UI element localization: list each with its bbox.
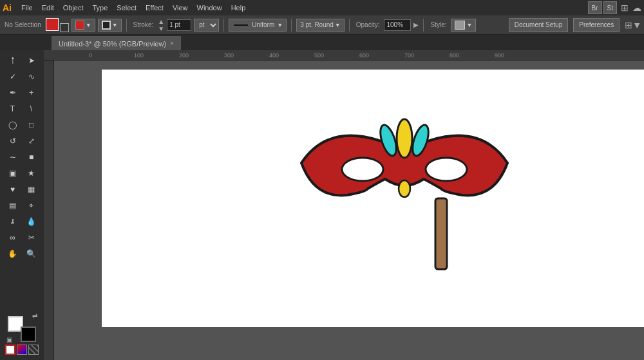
sep1 <box>126 19 127 32</box>
uniform-label: Uniform <box>252 21 274 28</box>
free-transform-tool[interactable]: ▣ <box>4 166 22 181</box>
ruler-horizontal: 0 100 200 300 400 500 600 700 800 900 <box>44 50 644 61</box>
fill-color-btn[interactable]: ▼ <box>71 19 95 32</box>
pattern-swatch[interactable] <box>28 345 39 355</box>
tab-row: Untitled-3* @ 50% (RGB/Preview) × <box>0 35 644 50</box>
menu-effect[interactable]: Effect <box>141 3 168 13</box>
tool-row-13: ✋ 🔍 <box>1 246 43 261</box>
document-setup-btn[interactable]: Document Setup <box>509 18 569 32</box>
svg-rect-0 <box>435 198 447 269</box>
menu-object[interactable]: Object <box>59 3 88 13</box>
tool-row-5: ◯ □ <box>1 117 43 133</box>
svg-point-3 <box>397 119 412 158</box>
stroke-unit-select[interactable]: pt px <box>194 19 219 32</box>
stroke-color-btn[interactable]: ▼ <box>98 19 122 32</box>
cap-style-btn[interactable]: 3 pt. Round ▼ <box>296 19 345 32</box>
tool-row-1: ⭡ ➤ <box>1 53 43 68</box>
main-area: ⭡ ➤ ✓ ∿ ✒ + T \ ◯ □ ↺ ⤢ ∼ ■ ▣ ★ <box>0 50 644 360</box>
toolbar-extra-btn[interactable]: ⊞▼ <box>625 20 641 30</box>
selection-label: No Selection <box>3 21 43 28</box>
gradient-tool[interactable]: ▤ <box>4 198 22 213</box>
rotate-tool[interactable]: ↺ <box>4 133 22 149</box>
menu-edit[interactable]: Edit <box>37 3 59 13</box>
blend-tool[interactable]: ∞ <box>4 230 22 245</box>
reshape-tool[interactable]: ■ <box>23 149 41 165</box>
swap-colors-btn[interactable]: ⇄ <box>32 312 37 319</box>
stock-btn[interactable]: St <box>603 1 617 14</box>
opacity-arrow[interactable]: ▶ <box>413 21 419 28</box>
menu-type[interactable]: Type <box>88 3 113 13</box>
document-tab[interactable]: Untitled-3* @ 50% (RGB/Preview) × <box>52 36 181 50</box>
mesh-tool[interactable]: ⌖ <box>23 198 41 213</box>
paint-bucket-tool[interactable]: 💧 <box>23 214 41 229</box>
sep4 <box>349 19 350 32</box>
menu-window[interactable]: Window <box>193 3 227 13</box>
tool-row-8: ▣ ★ <box>1 166 43 181</box>
menu-help[interactable]: Help <box>227 3 251 13</box>
sep5 <box>423 19 424 32</box>
grid-icon: ⊞ <box>621 3 629 13</box>
style-dropdown-btn[interactable]: ▼ <box>451 19 476 32</box>
cap-style-label: 3 pt. Round <box>300 21 334 28</box>
tool-row-2: ✓ ∿ <box>1 69 43 84</box>
direct-selection-tool[interactable]: ➤ <box>23 53 41 68</box>
sep3 <box>291 19 292 32</box>
menu-view[interactable]: View <box>168 3 193 13</box>
ruler-vertical <box>44 61 54 360</box>
tab-close-btn[interactable]: × <box>170 40 174 47</box>
fg-bg-swatches: ⇄ ▣ <box>8 314 36 342</box>
menu-bar: Ai File Edit Object Type Select Effect V… <box>0 0 644 15</box>
menu-file[interactable]: File <box>17 3 37 13</box>
tool-row-6: ↺ ⤢ <box>1 133 43 149</box>
puppet-tool[interactable]: ★ <box>23 166 41 181</box>
ellipse-tool[interactable]: ◯ <box>4 117 22 133</box>
svg-point-2 <box>426 158 467 181</box>
tool-row-9: ♥ ▦ <box>1 182 43 197</box>
opacity-label: Opacity: <box>354 21 382 28</box>
text-tool[interactable]: T <box>4 101 22 117</box>
sep2 <box>223 19 224 32</box>
bridge-btn[interactable]: Br <box>588 1 602 14</box>
scale-tool[interactable]: ⤢ <box>23 133 41 149</box>
tool-row-12: ∞ ✂ <box>1 230 43 245</box>
stroke-width-input[interactable] <box>167 19 191 31</box>
warp-tool[interactable]: ∼ <box>4 149 22 165</box>
color-swatches: ⇄ ▣ <box>1 311 43 357</box>
reset-colors-btn[interactable]: ▣ <box>6 336 12 343</box>
svg-point-1 <box>342 158 383 181</box>
opacity-input[interactable] <box>384 19 411 31</box>
pen-direct-tool[interactable]: ✓ <box>4 69 22 84</box>
tool-row-3: ✒ + <box>1 85 43 100</box>
ai-logo: Ai <box>3 3 12 13</box>
selection-tool[interactable]: ⭡ <box>4 53 22 68</box>
pen-tool[interactable]: ✒ <box>4 85 22 100</box>
tab-label: Untitled-3* @ 50% (RGB/Preview) <box>59 40 166 48</box>
paint-tool[interactable]: □ <box>23 117 41 133</box>
zoom-tool[interactable]: 🔍 <box>23 246 41 261</box>
style-label: Style: <box>428 21 448 28</box>
stroke-label: Stroke: <box>131 21 156 28</box>
canvas-area: 0 100 200 300 400 500 600 700 800 900 <box>44 50 644 360</box>
tool-row-4: T \ <box>1 101 43 117</box>
plus-tool[interactable]: + <box>23 85 41 100</box>
stroke-up-btn[interactable]: ▲▼ <box>158 18 164 32</box>
eyedropper-tool[interactable]: ⯛ <box>4 214 22 229</box>
slice-tool[interactable]: ✂ <box>23 230 41 245</box>
toolbar: No Selection ▼ ▼ Stroke: ▲▼ pt px Unifor… <box>0 15 644 35</box>
stroke-style-btn[interactable]: Uniform ▼ <box>229 19 287 32</box>
symbol-tool[interactable]: ♥ <box>4 182 22 197</box>
preferences-btn[interactable]: Preferences <box>573 18 620 32</box>
hand-tool[interactable]: ✋ <box>4 246 22 261</box>
chart-tool[interactable]: ▦ <box>23 182 41 197</box>
mask-illustration <box>295 105 514 280</box>
fill-swatch[interactable] <box>46 18 69 32</box>
tool-row-10: ▤ ⌖ <box>1 198 43 213</box>
lasso-tool[interactable]: ∿ <box>23 69 41 84</box>
line-tool[interactable]: \ <box>23 101 41 117</box>
bg-color-swatch[interactable] <box>21 327 36 342</box>
gradient-swatch[interactable] <box>17 345 27 355</box>
svg-point-6 <box>399 180 410 197</box>
stroke-none-swatch[interactable] <box>5 345 15 355</box>
menu-select[interactable]: Select <box>112 3 141 13</box>
mask-svg <box>295 105 514 279</box>
